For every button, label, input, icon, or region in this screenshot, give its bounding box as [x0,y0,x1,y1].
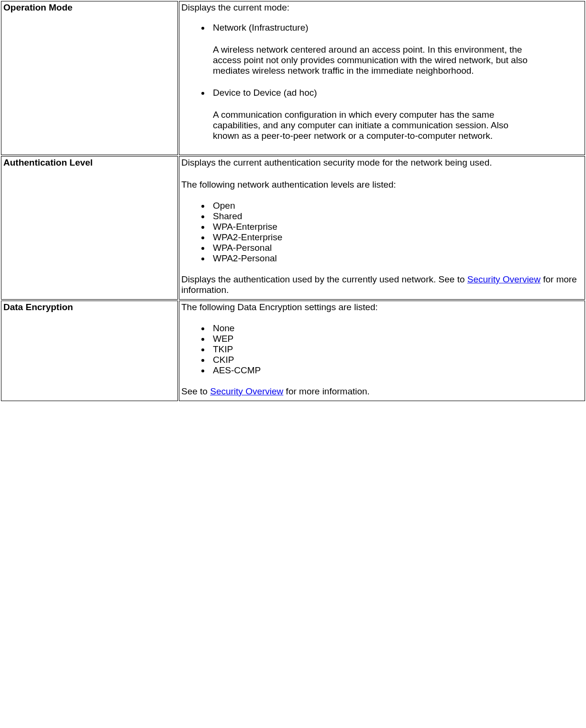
list-item: None [210,323,583,334]
list-item: WEP [210,334,583,344]
row-desc-operation-mode: Displays the current mode: Network (Infr… [179,1,585,155]
enc-outro-post: for more information. [283,386,370,396]
op-mode-item-title: Device to Device (ad hoc) [213,88,317,98]
auth-intro2: The following network authentication lev… [181,179,583,190]
row-desc-auth-level: Displays the current authentication secu… [179,156,585,300]
list-item: WPA-Personal [210,243,583,253]
enc-settings-list: None WEP TKIP CKIP AES-CCMP [210,323,583,376]
list-item: TKIP [210,344,583,355]
enc-outro-pre: See to [181,386,210,396]
op-mode-list: Network (Infrastructure) A wireless netw… [210,22,583,141]
row-label-operation-mode: Operation Mode [1,1,178,155]
row-label-data-encryption: Data Encryption [1,301,178,401]
enc-intro: The following Data Encryption settings a… [181,302,583,313]
table-row: Operation Mode Displays the current mode… [1,1,585,155]
row-desc-data-encryption: The following Data Encryption settings a… [179,301,585,401]
list-item: AES-CCMP [210,365,583,376]
security-overview-link[interactable]: Security Overview [467,274,541,284]
list-item: WPA2-Personal [210,253,583,264]
auth-levels-list: Open Shared WPA-Enterprise WPA2-Enterpri… [210,201,583,264]
auth-intro1: Displays the current authentication secu… [181,157,583,168]
auth-outro-pre: Displays the authentication used by the … [181,274,467,284]
table-row: Authentication Level Displays the curren… [1,156,585,300]
op-mode-item-desc: A communication configuration in which e… [213,110,583,141]
enc-outro: See to Security Overview for more inform… [181,386,583,397]
list-item: WPA2-Enterprise [210,232,583,243]
list-item: Shared [210,211,583,222]
list-item: Open [210,201,583,211]
settings-table: Operation Mode Displays the current mode… [0,0,586,402]
op-mode-intro: Displays the current mode: [181,2,583,13]
table-row: Data Encryption The following Data Encry… [1,301,585,401]
op-mode-item-desc: A wireless network centered around an ac… [213,45,583,76]
op-mode-item-title: Network (Infrastructure) [213,22,309,33]
security-overview-link[interactable]: Security Overview [210,386,283,396]
list-item: Network (Infrastructure) A wireless netw… [210,22,583,76]
row-label-auth-level: Authentication Level [1,156,178,300]
auth-outro: Displays the authentication used by the … [181,274,583,295]
list-item: Device to Device (ad hoc) A communicatio… [210,88,583,141]
list-item: WPA-Enterprise [210,222,583,232]
list-item: CKIP [210,355,583,365]
